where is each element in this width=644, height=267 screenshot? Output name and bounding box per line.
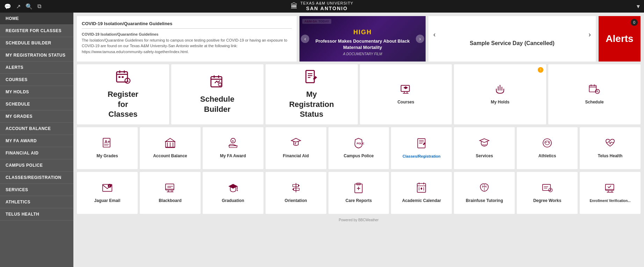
tile-classes-registration[interactable]: Classes/Registration	[391, 127, 452, 169]
tile-my-grades[interactable]: A+ My Grades	[77, 127, 138, 169]
tile-classes-registration-label: Classes/Registration	[403, 154, 441, 159]
tile-graduation[interactable]: Graduation	[203, 172, 263, 214]
tile-jaguar-email-label: Jaguar Email	[94, 198, 121, 204]
share-icon[interactable]: ↗	[16, 3, 21, 10]
jaguar-icon	[542, 137, 553, 151]
alerts-label: Alerts	[606, 33, 633, 44]
tile-campus-police[interactable]: POLICE Campus Police	[328, 127, 389, 169]
powered-by: Powered by BBCWeather	[77, 217, 641, 223]
sidebar-item-schedule[interactable]: SCHEDULE	[0, 98, 73, 110]
tiles-row1: RegisterforClasses ScheduleBuilder	[77, 64, 641, 124]
copy-icon[interactable]: ⧉	[37, 3, 41, 9]
bank-icon	[165, 137, 176, 151]
tile-registration-status[interactable]: MyRegistrationStatus	[266, 64, 358, 124]
svg-text:A+: A+	[104, 139, 110, 144]
top-bar-center: 🏛 TEXAS A&M UNIVERSITY SAN ANTONIO	[291, 1, 353, 12]
tile-academic-calendar-label: Academic Calendar	[402, 198, 441, 204]
svg-line-30	[598, 92, 599, 93]
tile-enrollment-verification[interactable]: Enrollment Verification...	[580, 172, 641, 214]
events-prev-button[interactable]: ‹	[433, 30, 436, 38]
svg-marker-66	[298, 185, 299, 187]
svg-rect-65	[292, 185, 298, 187]
tile-schedule-builder-label: ScheduleBuilder	[200, 94, 234, 114]
sidebar-item-registration-status[interactable]: MY REGISTRATION STATUS	[0, 49, 73, 62]
announcement-body: COVID-19 Isolation/Quarantine Guidelines…	[82, 31, 292, 55]
sidebar-item-alerts[interactable]: ALERTS	[0, 62, 73, 74]
sidebar-item-account-balance[interactable]: ACCOUNT BALANCE	[0, 123, 73, 135]
tile-financial-aid-label: Financial Aid	[283, 153, 309, 159]
top-bar: 💬 ↗ 🔍 ⧉ 🏛 TEXAS A&M UNIVERSITY SAN ANTON…	[0, 0, 644, 13]
tile-fa-award[interactable]: $ My FA Award	[203, 127, 263, 169]
news-carousel: A&M-SA TODAY HIGH Professor Makes Docume…	[299, 16, 426, 62]
tile-courses-label: Courses	[397, 100, 414, 105]
tile-campus-police-label: Campus Police	[343, 153, 374, 159]
alerts-count-badge: 0	[631, 19, 638, 26]
tile-courses[interactable]: Courses	[360, 64, 452, 124]
tile-graduation-label: Graduation	[222, 198, 244, 204]
tile-care-reports[interactable]: Care Reports	[328, 172, 389, 214]
title-line1: TEXAS A&M UNIVERSITY	[301, 1, 353, 6]
tile-academic-calendar[interactable]: Academic Calendar	[391, 172, 452, 214]
tile-schedule-builder[interactable]: ScheduleBuilder	[171, 64, 263, 124]
sidebar-collapse-button[interactable]: ‹	[73, 140, 73, 150]
search-icon[interactable]: 🔍	[26, 3, 32, 10]
tile-register-classes[interactable]: RegisterforClasses	[77, 64, 169, 124]
top-bar-right: ▾	[637, 2, 640, 10]
tile-orientation-label: Orientation	[285, 198, 307, 204]
announcement-box: COVID-19 Isolation/Quarantine Guidelines…	[77, 16, 297, 62]
sidebar-item-financial-aid[interactable]: FINANCIAL AID	[0, 147, 73, 159]
sidebar-item-grades[interactable]: MY GRADES	[0, 110, 73, 123]
grad-cap-icon	[227, 182, 239, 195]
tile-telus-health[interactable]: Telus Health	[580, 127, 641, 169]
sidebar-item-courses[interactable]: COURSES	[0, 74, 73, 86]
tile-financial-aid[interactable]: $ Financial Aid	[266, 127, 326, 169]
svg-marker-36	[165, 138, 175, 142]
sidebar-item-campus-police[interactable]: CAMPUS POLICE	[0, 159, 73, 172]
list-edit-icon	[304, 69, 319, 87]
tile-schedule[interactable]: Schedule	[548, 64, 641, 124]
sidebar-item-holds[interactable]: MY HOLDS	[0, 86, 73, 98]
tile-my-holds[interactable]: ! My Holds	[454, 64, 546, 124]
sidebar-item-home[interactable]: HOME	[0, 13, 73, 25]
news-headline: Professor Makes Documentary About Black …	[306, 38, 419, 51]
hand-stop-icon	[494, 84, 506, 97]
sidebar-item-classes-registration[interactable]: CLASSES/REGISTRATION	[0, 172, 73, 184]
svg-rect-8	[122, 76, 124, 78]
grades-icon: A+	[102, 137, 113, 151]
sidebar-item-register[interactable]: REGISTER FOR CLASSES	[0, 25, 73, 37]
tile-fa-award-label: My FA Award	[220, 153, 246, 159]
tile-telus-health-label: Telus Health	[598, 153, 622, 159]
sidebar-item-athletics[interactable]: ATHLETICS	[0, 196, 73, 208]
tile-enrollment-verification-label: Enrollment Verification...	[589, 199, 630, 203]
events-next-button[interactable]: ›	[588, 30, 591, 38]
svg-text:$: $	[232, 139, 234, 143]
tile-register-classes-label: RegisterforClasses	[108, 89, 138, 120]
tile-orientation[interactable]: Orientation	[266, 172, 326, 214]
tile-blackboard-label: Blackboard	[159, 198, 181, 204]
sidebar-item-services[interactable]: SERVICES	[0, 184, 73, 196]
sidebar-item-schedule-builder[interactable]: SCHEDULE BUILDER	[0, 37, 73, 49]
university-logo: 🏛	[291, 2, 298, 10]
top-bar-left-icons: 💬 ↗ 🔍 ⧉	[4, 3, 41, 10]
university-title: TEXAS A&M UNIVERSITY SAN ANTONIO	[301, 1, 353, 12]
carousel-next-button[interactable]: ›	[416, 35, 424, 43]
sidebar-item-telus-health[interactable]: TELUS HEALTH	[0, 208, 73, 221]
bubble-icon[interactable]: 💬	[4, 3, 11, 10]
sidebar-item-fa-award[interactable]: MY FA AWARD	[0, 135, 73, 147]
svg-point-49	[543, 139, 551, 147]
tile-jaguar-email[interactable]: J Jaguar Email	[77, 172, 138, 214]
tile-degree-works[interactable]: Degree Works	[517, 172, 578, 214]
carousel-prev-button[interactable]: ‹	[301, 35, 309, 43]
alerts-box[interactable]: 0 Alerts	[599, 16, 641, 62]
signpost-icon	[290, 182, 302, 195]
heart-beat-icon	[605, 137, 616, 151]
svg-text:J: J	[109, 185, 110, 187]
tile-account-balance[interactable]: Account Balance	[140, 127, 201, 169]
svg-point-51	[548, 142, 549, 143]
tile-athletics[interactable]: Athletics	[517, 127, 578, 169]
svg-marker-68	[292, 188, 294, 190]
tile-blackboard[interactable]: Blackboard	[140, 172, 201, 214]
tile-brainfuse-tutoring[interactable]: Brainfuse Tutoring	[454, 172, 515, 214]
tile-services[interactable]: Services	[454, 127, 515, 169]
events-title: Sample Service Day (Cancelled)	[433, 40, 591, 47]
